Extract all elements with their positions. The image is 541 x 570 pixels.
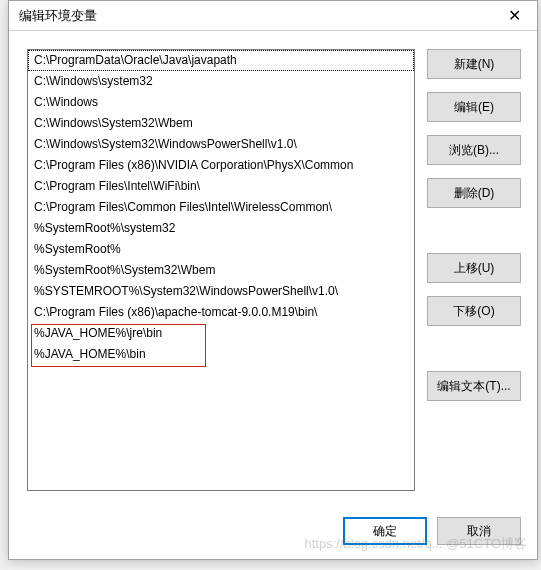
edit-text-button[interactable]: 编辑文本(T)... <box>427 371 521 401</box>
list-item[interactable]: %SystemRoot%\System32\Wbem <box>28 260 414 281</box>
list-item[interactable]: C:\Program Files (x86)\apache-tomcat-9.0… <box>28 302 414 323</box>
cancel-button[interactable]: 取消 <box>437 517 521 545</box>
background-fragment <box>0 0 8 570</box>
dialog-footer: 确定 取消 <box>343 517 521 545</box>
list-item[interactable]: %SystemRoot%\system32 <box>28 218 414 239</box>
titlebar: 编辑环境变量 ✕ <box>9 1 537 31</box>
list-item[interactable]: C:\Windows\system32 <box>28 71 414 92</box>
close-button[interactable]: ✕ <box>492 1 537 31</box>
list-item[interactable]: C:\Program Files (x86)\NVIDIA Corporatio… <box>28 155 414 176</box>
list-item[interactable]: %SystemRoot% <box>28 239 414 260</box>
ok-button[interactable]: 确定 <box>343 517 427 545</box>
edit-env-var-dialog: 编辑环境变量 ✕ C:\ProgramData\Oracle\Java\java… <box>8 0 538 560</box>
list-item[interactable]: C:\Windows <box>28 92 414 113</box>
delete-button[interactable]: 删除(D) <box>427 178 521 208</box>
browse-button[interactable]: 浏览(B)... <box>427 135 521 165</box>
list-item[interactable]: C:\Windows\System32\WindowsPowerShell\v1… <box>28 134 414 155</box>
path-listbox[interactable]: C:\ProgramData\Oracle\Java\javapath C:\W… <box>27 49 415 491</box>
move-down-button[interactable]: 下移(O) <box>427 296 521 326</box>
button-column: 新建(N) 编辑(E) 浏览(B)... 删除(D) 上移(U) 下移(O) 编… <box>427 49 521 414</box>
dialog-content: C:\ProgramData\Oracle\Java\javapath C:\W… <box>9 31 537 559</box>
list-item[interactable]: C:\Program Files\Common Files\Intel\Wire… <box>28 197 414 218</box>
list-item[interactable]: %JAVA_HOME%\jre\bin <box>28 323 414 344</box>
edit-button[interactable]: 编辑(E) <box>427 92 521 122</box>
list-item[interactable]: %JAVA_HOME%\bin <box>28 344 414 365</box>
move-up-button[interactable]: 上移(U) <box>427 253 521 283</box>
list-item[interactable]: %SYSTEMROOT%\System32\WindowsPowerShell\… <box>28 281 414 302</box>
list-item[interactable]: C:\Program Files\Intel\WiFi\bin\ <box>28 176 414 197</box>
dialog-title: 编辑环境变量 <box>19 7 97 25</box>
list-item[interactable]: C:\Windows\System32\Wbem <box>28 113 414 134</box>
new-button[interactable]: 新建(N) <box>427 49 521 79</box>
close-icon: ✕ <box>508 6 521 25</box>
list-item[interactable]: C:\ProgramData\Oracle\Java\javapath <box>28 50 414 71</box>
